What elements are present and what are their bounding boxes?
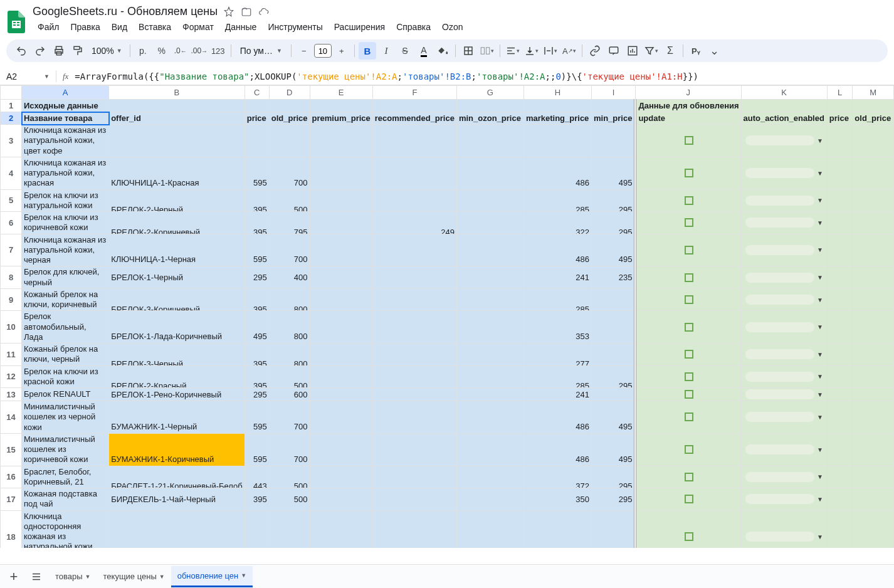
menu-Файл[interactable]: Файл — [33, 19, 64, 34]
wrap-button[interactable]: ▾ — [542, 42, 559, 60]
more-formats-button[interactable]: 123 — [209, 42, 227, 60]
auto-action-dropdown[interactable]: ▼ — [742, 134, 827, 147]
update-checkbox[interactable] — [685, 390, 693, 399]
font-size-input[interactable] — [314, 44, 332, 58]
move-icon[interactable] — [240, 6, 253, 18]
toolbar-more-icon[interactable]: ⌄ — [706, 42, 723, 60]
col-header-C[interactable]: C — [245, 86, 269, 100]
borders-button[interactable] — [460, 42, 477, 60]
percent-button[interactable]: % — [153, 42, 171, 60]
update-checkbox[interactable] — [685, 412, 693, 421]
col-header-L[interactable]: L — [827, 86, 853, 100]
auto-action-dropdown[interactable]: ▼ — [742, 194, 827, 207]
auto-action-dropdown[interactable]: ▼ — [742, 348, 827, 360]
italic-button[interactable]: I — [377, 42, 395, 60]
row-header-3[interactable]: 3 — [1, 125, 22, 157]
menu-Вид[interactable]: Вид — [107, 19, 132, 34]
increase-decimal-button[interactable]: .00→ — [191, 42, 208, 60]
star-icon[interactable] — [223, 6, 235, 18]
halign-button[interactable]: ▾ — [504, 42, 522, 60]
update-checkbox[interactable] — [685, 372, 693, 381]
decrease-decimal-button[interactable]: .0← — [172, 42, 189, 60]
row-header-13[interactable]: 13 — [1, 388, 22, 401]
update-checkbox[interactable] — [685, 295, 693, 304]
update-checkbox[interactable] — [685, 445, 693, 454]
row-header-16[interactable]: 16 — [1, 466, 22, 488]
row-header-9[interactable]: 9 — [1, 288, 22, 311]
row-header-6[interactable]: 6 — [1, 212, 22, 234]
filter-button[interactable]: ▾ — [643, 42, 660, 60]
menu-Ozon[interactable]: Ozon — [437, 19, 468, 34]
auto-action-dropdown[interactable]: ▼ — [742, 216, 827, 229]
sheets-logo[interactable] — [5, 11, 28, 33]
menu-Справка[interactable]: Справка — [391, 19, 436, 34]
functions-button[interactable]: Σ — [661, 42, 679, 60]
undo-button[interactable] — [13, 42, 30, 60]
script-button[interactable]: Pᵧ — [687, 42, 705, 60]
col-header-E[interactable]: E — [310, 86, 372, 100]
auto-action-dropdown[interactable]: ▼ — [742, 321, 827, 333]
merge-button[interactable]: ▾ — [478, 42, 496, 60]
update-checkbox[interactable] — [685, 273, 693, 282]
menu-Данные[interactable]: Данные — [220, 19, 262, 34]
update-checkbox[interactable] — [685, 532, 693, 541]
update-checkbox[interactable] — [685, 323, 693, 332]
menu-Расширения[interactable]: Расширения — [329, 19, 390, 34]
cloud-icon[interactable] — [258, 6, 270, 18]
update-checkbox[interactable] — [685, 495, 693, 503]
row-header-18[interactable]: 18 — [1, 510, 22, 548]
auto-action-dropdown[interactable]: ▼ — [742, 443, 827, 456]
row-header-8[interactable]: 8 — [1, 266, 22, 289]
redo-button[interactable] — [31, 42, 49, 60]
update-checkbox[interactable] — [685, 218, 693, 227]
spreadsheet-grid[interactable]: ABCDEFGHIJKLM1Исходные данныеДанные для … — [0, 85, 894, 548]
update-checkbox[interactable] — [685, 136, 693, 145]
row-header-11[interactable]: 11 — [1, 344, 22, 366]
auto-action-dropdown[interactable]: ▼ — [742, 388, 827, 401]
col-header-M[interactable]: M — [853, 86, 894, 100]
menu-Формат[interactable]: Формат — [177, 19, 219, 34]
row-header-1[interactable]: 1 — [1, 100, 22, 112]
auto-action-dropdown[interactable]: ▼ — [742, 244, 827, 256]
auto-action-dropdown[interactable]: ▼ — [742, 271, 827, 284]
row-header-15[interactable]: 15 — [1, 433, 22, 466]
col-header-A[interactable]: A — [22, 86, 109, 100]
text-color-button[interactable]: A — [415, 42, 433, 60]
formula-input[interactable]: =ArrayFormula({{"Название товара";XLOOKU… — [75, 71, 698, 81]
update-checkbox[interactable] — [685, 473, 693, 481]
auto-action-dropdown[interactable]: ▼ — [742, 493, 827, 505]
update-checkbox[interactable] — [685, 350, 693, 359]
update-checkbox[interactable] — [685, 169, 693, 177]
doc-title[interactable]: GoogleSheets.ru - Обновляем цены — [33, 5, 218, 18]
row-header-2[interactable]: 2 — [1, 112, 22, 125]
fill-color-button[interactable] — [434, 42, 451, 60]
menu-Правка[interactable]: Правка — [65, 19, 105, 34]
auto-action-dropdown[interactable]: ▼ — [742, 471, 827, 483]
auto-action-dropdown[interactable]: ▼ — [742, 293, 827, 306]
row-header-5[interactable]: 5 — [1, 189, 22, 212]
update-checkbox[interactable] — [685, 196, 693, 205]
col-header-F[interactable]: F — [372, 86, 456, 100]
rotate-button[interactable]: A↗▾ — [560, 42, 578, 60]
valign-button[interactable]: ▾ — [523, 42, 540, 60]
col-header-J[interactable]: J — [635, 86, 741, 100]
font-size-increase[interactable]: + — [333, 42, 350, 60]
row-header-14[interactable]: 14 — [1, 401, 22, 434]
row-header-12[interactable]: 12 — [1, 365, 22, 388]
col-header-I[interactable]: I — [591, 86, 635, 100]
col-header-B[interactable]: B — [109, 86, 245, 100]
col-header-K[interactable]: K — [741, 86, 827, 100]
print-button[interactable] — [50, 42, 68, 60]
auto-action-dropdown[interactable]: ▼ — [742, 167, 827, 179]
col-header-D[interactable]: D — [269, 86, 310, 100]
auto-action-dropdown[interactable]: ▼ — [742, 530, 827, 543]
row-header-10[interactable]: 10 — [1, 311, 22, 344]
row-header-7[interactable]: 7 — [1, 234, 22, 266]
menu-Инструменты[interactable]: Инструменты — [263, 19, 327, 34]
paint-format-button[interactable] — [69, 42, 87, 60]
font-size-decrease[interactable]: − — [295, 42, 313, 60]
col-header-G[interactable]: G — [456, 86, 523, 100]
update-checkbox[interactable] — [685, 246, 693, 255]
zoom-select[interactable]: 100%▼ — [88, 46, 126, 56]
menu-Вставка[interactable]: Вставка — [134, 19, 176, 34]
